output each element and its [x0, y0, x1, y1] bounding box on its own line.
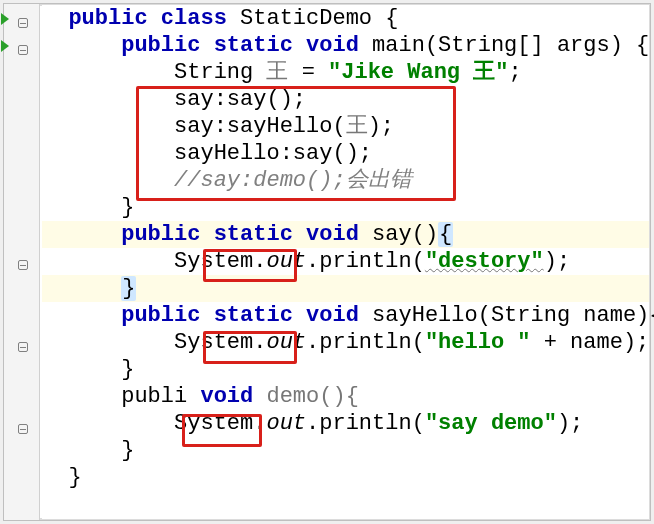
run-marker-icon: [1, 40, 9, 52]
code-line: say:sayHello(王);: [42, 113, 649, 140]
code-line: say:say();: [42, 86, 649, 113]
code-line: //say:demo();会出错: [42, 167, 649, 194]
fold-toggle-icon[interactable]: [18, 18, 28, 28]
code-line: }: [42, 356, 649, 383]
code-line: }: [42, 464, 649, 491]
code-line: System.out.println("say demo");: [42, 410, 649, 437]
code-line: System.out.println("hello " + name);: [42, 329, 649, 356]
code-line: String 王 = "Jike Wang 王";: [42, 59, 649, 86]
fold-toggle-icon[interactable]: [18, 260, 28, 270]
code-line: publi void demo(){: [42, 383, 649, 410]
brace-highlight: {: [438, 222, 453, 247]
brace-highlight: }: [121, 276, 136, 301]
code-line: public static void say(){: [42, 221, 649, 248]
code-line: public class StaticDemo {: [42, 5, 649, 32]
code-line: public static void sayHello(String name)…: [42, 302, 649, 329]
code-line: }: [42, 437, 649, 464]
fold-toggle-icon[interactable]: [18, 45, 28, 55]
code-line: }: [42, 275, 649, 302]
fold-toggle-icon[interactable]: [18, 424, 28, 434]
code-editor[interactable]: public class StaticDemo { public static …: [42, 5, 649, 519]
fold-toggle-icon[interactable]: [18, 342, 28, 352]
code-line: public static void main(String[] args) {: [42, 32, 649, 59]
code-line: sayHello:say();: [42, 140, 649, 167]
editor-frame: public class StaticDemo { public static …: [3, 3, 651, 521]
run-marker-icon: [1, 13, 9, 25]
code-line: System.out.println("destory");: [42, 248, 649, 275]
gutter: [4, 4, 40, 520]
code-line: }: [42, 194, 649, 221]
